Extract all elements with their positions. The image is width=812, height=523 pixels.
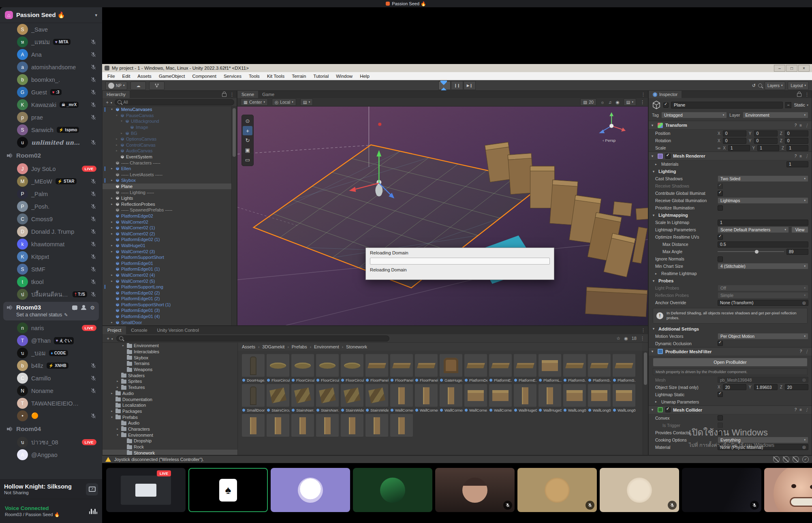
voice-member[interactable]: • 🟠: [0, 410, 102, 422]
folder-item[interactable]: ▾ Environment: [103, 432, 237, 438]
rotate-tool[interactable]: ↻: [243, 136, 252, 145]
presets-icon[interactable]: ≡: [799, 408, 802, 412]
kebab-icon[interactable]: ⋮: [641, 92, 645, 97]
breadcrumb-item[interactable]: Stonework: [346, 344, 367, 349]
hierarchy-item[interactable]: ▾ MenuCanvases: [103, 107, 232, 113]
voice-member[interactable]: G Guest ♥:3: [0, 86, 102, 98]
hierarchy-item[interactable]: ▸ ControlCanvas: [103, 142, 232, 148]
component-enabled-checkbox[interactable]: [665, 154, 671, 159]
voice-member[interactable]: T TAWANEIEIEIONE: [0, 397, 102, 410]
hierarchy-item[interactable]: PlatformSupportShort (1): [103, 302, 232, 308]
voice-channel-room03-active[interactable]: Room03 ⚙ Set a channel status ✎: [3, 302, 99, 320]
asset-item[interactable]: WallCorne...: [489, 384, 512, 412]
asset-item[interactable]: DoorHuge...: [242, 354, 265, 382]
expand-arrow[interactable]: ▸: [110, 167, 114, 170]
kebab-icon[interactable]: ⋮: [640, 336, 645, 341]
y-field[interactable]: 0: [754, 130, 778, 137]
view-tool[interactable]: ⊙: [243, 116, 252, 126]
active-checkbox[interactable]: [663, 102, 669, 108]
ignore-normals-checkbox[interactable]: [718, 256, 723, 262]
hierarchy-item[interactable]: ▾ PauseCanvas: [103, 113, 232, 119]
folder-item[interactable]: Skybox: [103, 354, 237, 361]
kebab-icon[interactable]: ⋮: [640, 100, 645, 105]
expand-arrow[interactable]: ▸: [110, 321, 114, 324]
voice-member[interactable]: n naris LIVE: [0, 322, 102, 334]
asset-item[interactable]: PlatformE...: [514, 354, 537, 382]
participant-tile[interactable]: ♠: [188, 468, 268, 512]
tab-console[interactable]: Console: [126, 326, 152, 334]
asset-item[interactable]: WallCorne...: [464, 384, 487, 412]
contribute-gi-checkbox[interactable]: [718, 191, 723, 196]
light-probes-dropdown[interactable]: Off▾: [718, 285, 808, 291]
kebab-icon[interactable]: ⋮: [805, 123, 809, 128]
layer-dropdown[interactable]: Environment▾: [743, 112, 808, 118]
participant-tile[interactable]: [271, 468, 350, 512]
asset-item[interactable]: StairsWide...: [365, 384, 389, 412]
participant-tile[interactable]: [353, 468, 432, 512]
static-mixed-box[interactable]: −: [785, 102, 791, 108]
mesh-field[interactable]: pb_Mesh139848◎: [718, 377, 808, 383]
hierarchy-scrollbar[interactable]: [231, 107, 237, 325]
kebab-icon[interactable]: ⋮: [230, 92, 234, 97]
menu-item[interactable]: Tutorial: [310, 74, 332, 79]
max-distance-field[interactable]: 0.5: [718, 241, 808, 248]
asset-item[interactable]: PlatformDe...: [464, 354, 487, 382]
tab-scene[interactable]: Scene: [237, 91, 258, 98]
cast-shadows-dropdown[interactable]: Two Sided▾: [718, 175, 808, 182]
asset-item[interactable]: GateHuge...: [440, 354, 463, 382]
asset-item[interactable]: WallHuge02: [538, 384, 562, 412]
voice-member[interactable]: ป ปลื้มคนดีคนเดิม †T:/S: [0, 288, 102, 301]
voice-member[interactable]: T @Than ♥えぐい: [0, 334, 102, 347]
hierarchy-item[interactable]: PlatformSupportLong: [103, 284, 232, 290]
min-chart-dropdown[interactable]: 4 (Stitchable)▾: [718, 263, 808, 269]
participant-tile[interactable]: [682, 468, 761, 512]
scene-lighting-toggle[interactable]: ☼: [600, 100, 605, 105]
menu-item[interactable]: Kit Tools: [263, 74, 288, 79]
folder-item[interactable]: Rock: [103, 444, 237, 450]
folder-item[interactable]: ▸ Sprites: [103, 378, 237, 384]
gizmos-dropdown[interactable]: ▤ ▾: [624, 98, 636, 106]
hierarchy-item[interactable]: ----- SpawnedPrefabs -----: [103, 207, 232, 213]
close-button[interactable]: ×: [798, 65, 810, 72]
hierarchy-item[interactable]: PlatformEdge01 (1): [103, 266, 232, 272]
tag-dropdown[interactable]: Untagged▾: [661, 112, 727, 118]
asset-item[interactable]: FloorPanel...: [415, 354, 438, 382]
folder-item[interactable]: Shaders: [103, 372, 237, 378]
menu-item[interactable]: File: [104, 74, 119, 79]
chat-icon[interactable]: [72, 305, 77, 310]
participant-tile[interactable]: [764, 468, 812, 512]
expand-arrow[interactable]: ▸: [110, 410, 114, 413]
voice-member[interactable]: b b4llz ⚡XNHB: [0, 359, 102, 372]
asset-item[interactable]: PlatformS...: [613, 354, 636, 382]
unity-titlebar[interactable]: My project - 1 - Windows, Mac, Linux - U…: [102, 64, 812, 72]
static-dropdown[interactable]: Static▾: [794, 102, 808, 107]
voice-channel-room04[interactable]: Room04: [0, 422, 102, 436]
expand-arrow[interactable]: ▸: [110, 179, 114, 182]
z-field[interactable]: 1: [786, 145, 808, 151]
kebab-icon[interactable]: ⋮: [641, 328, 645, 333]
folder-item[interactable]: ▸ Environment: [103, 343, 237, 349]
prioritize-checkbox[interactable]: [718, 205, 723, 211]
folder-item[interactable]: Interactables: [103, 349, 237, 355]
hierarchy-item[interactable]: ▸ WallHuge01: [103, 243, 232, 249]
anchor-override-field[interactable]: None (Transform)◎: [718, 300, 808, 306]
voice-channel-room02[interactable]: Room02: [0, 149, 102, 162]
breadcrumb-item[interactable]: 3DGamekit: [262, 344, 284, 349]
expand-arrow[interactable]: ▸: [110, 220, 114, 224]
hierarchy-item[interactable]: EventSystem: [103, 154, 232, 160]
hierarchy-item[interactable]: ▸ WallCorner02 (2): [103, 231, 232, 237]
expand-arrow[interactable]: ▸: [110, 203, 114, 206]
voice-member[interactable]: P _Palm: [0, 188, 102, 200]
breadcrumb-item[interactable]: Assets: [242, 344, 255, 349]
hierarchy-item[interactable]: ▸ ReflectionProbes: [103, 201, 232, 207]
asset-item[interactable]: WallLong01: [563, 384, 586, 412]
hierarchy-item[interactable]: ----- Characters -----: [103, 160, 232, 166]
receive-gi-dropdown[interactable]: Lightmaps▾: [718, 197, 808, 204]
receive-shadows-checkbox[interactable]: [718, 184, 723, 189]
hierarchy-item[interactable]: ▸ Ellen: [103, 166, 232, 172]
participant-tile[interactable]: [600, 468, 679, 512]
materials-count[interactable]: 1: [786, 161, 808, 167]
hierarchy-item[interactable]: ▸ Lights: [103, 195, 232, 201]
expand-arrow[interactable]: ▸: [110, 226, 114, 229]
favorites-icon[interactable]: ☆: [616, 336, 620, 341]
